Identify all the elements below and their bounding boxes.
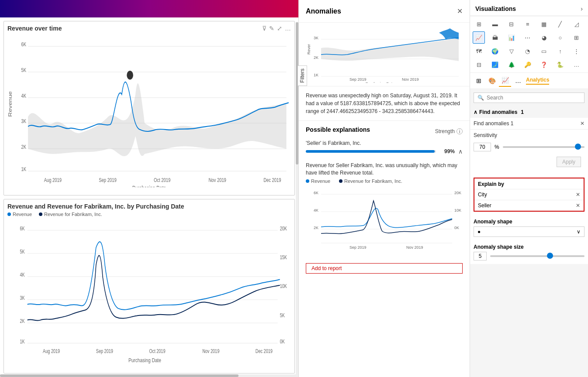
explain-by-section: Explain by City ✕ Seller ✕ xyxy=(474,178,585,212)
viz-icon-treemap[interactable]: ⊞ xyxy=(571,31,583,44)
explain-by-seller: Seller ✕ xyxy=(474,200,584,211)
filter-icon[interactable]: ⊽ xyxy=(262,25,266,32)
search-input[interactable] xyxy=(487,95,581,101)
svg-text:Purchasing Date: Purchasing Date xyxy=(366,82,395,83)
viz-icon-clustered[interactable]: ≡ xyxy=(522,18,534,30)
find-anomalies-panel: Find anomalies 1 ✕ Sensitivity 70 % Appl… xyxy=(470,118,588,264)
fields-icon[interactable]: ⊞ xyxy=(473,75,485,87)
viz-icon-kpi[interactable]: ↑ xyxy=(554,45,566,57)
svg-text:1K: 1K xyxy=(20,338,24,344)
seller-remove-button[interactable]: ✕ xyxy=(576,202,580,209)
viz-icon-azure-map[interactable]: 🗾 xyxy=(489,58,501,71)
svg-text:4K: 4K xyxy=(20,272,24,278)
viz-icon-table[interactable]: ⊞ xyxy=(473,18,485,30)
svg-text:10K: 10K xyxy=(280,283,287,289)
viz-icon-area[interactable]: ◿ xyxy=(571,18,583,30)
svg-text:Oct 2019: Oct 2019 xyxy=(154,177,170,183)
svg-text:6K: 6K xyxy=(314,191,318,195)
analytics-icon-active[interactable]: 📈 xyxy=(499,75,511,87)
viz-icon-stacked-bar[interactable]: ⊟ xyxy=(505,18,518,30)
anomalies-description: Revenue was unexpectedly high on Saturda… xyxy=(299,86,470,121)
search-icon: 🔍 xyxy=(477,95,484,101)
strength-label: Strength xyxy=(435,128,455,134)
sensitivity-label: Sensitivity xyxy=(474,132,585,138)
svg-text:6K: 6K xyxy=(20,225,24,231)
city-remove-button[interactable]: ✕ xyxy=(576,192,580,198)
viz-icon-slicer[interactable]: ⋮ xyxy=(571,45,583,57)
format-icon[interactable]: 🎨 xyxy=(486,75,498,87)
svg-text:4K: 4K xyxy=(314,208,318,212)
viz-icon-map[interactable]: 🗺 xyxy=(473,45,485,57)
svg-text:5K: 5K xyxy=(21,67,26,73)
viz-icon-100pct[interactable]: ▦ xyxy=(538,18,550,30)
find-anomalies-section-header[interactable]: ∧ Find anomalies 1 xyxy=(470,106,588,118)
viz-icon-funnel[interactable]: ▽ xyxy=(505,45,518,57)
svg-text:3K: 3K xyxy=(21,118,26,124)
panel-collapse-chevron[interactable]: › xyxy=(581,5,583,12)
svg-text:Dec 2019: Dec 2019 xyxy=(263,177,281,183)
viz-icon-gauge[interactable]: ◔ xyxy=(522,45,534,57)
find-anomalies-label: Find anomalies xyxy=(479,109,517,115)
viz-icon-line[interactable]: ╱ xyxy=(554,18,566,30)
more-options-icon[interactable]: … xyxy=(285,25,291,32)
viz-icon-pie[interactable]: ◕ xyxy=(538,31,550,44)
svg-text:Nov 2019: Nov 2019 xyxy=(402,77,419,82)
legend-revenue-2: Revenue xyxy=(306,178,330,184)
shape-size-value: 5 xyxy=(474,252,487,260)
apply-button[interactable]: Apply xyxy=(557,157,581,167)
anomaly-dot[interactable] xyxy=(127,71,133,80)
viz-icon-decomp-tree[interactable]: 🌲 xyxy=(505,58,518,71)
analytics-tab-label[interactable]: Analytics xyxy=(526,77,549,85)
anomalies-header: Anomalies ✕ xyxy=(299,0,470,23)
viz-icon-ribbon[interactable]: 🏔 xyxy=(489,31,501,44)
viz-icon-line-chart[interactable]: 📈 xyxy=(473,31,485,44)
seller-label: Seller xyxy=(478,202,491,209)
filters-collapse-tab[interactable]: Filters xyxy=(298,65,307,86)
svg-text:Dec 2019: Dec 2019 xyxy=(256,348,273,354)
anomalies-title: Anomalies xyxy=(306,7,341,15)
shape-size-slider[interactable] xyxy=(490,255,585,257)
viz-icon-card[interactable]: ▭ xyxy=(538,45,550,57)
svg-text:Nov 2019: Nov 2019 xyxy=(202,348,219,354)
svg-text:Aug 2019: Aug 2019 xyxy=(44,177,62,183)
anomalies-close-button[interactable]: ✕ xyxy=(457,7,463,15)
viz-icon-bar[interactable]: ▬ xyxy=(489,18,501,30)
viz-icon-matrix[interactable]: ⊟ xyxy=(473,58,485,71)
bottom-scrollbar[interactable] xyxy=(0,374,298,377)
svg-text:5K: 5K xyxy=(20,248,24,254)
bar-track xyxy=(306,150,436,153)
sensitivity-slider[interactable] xyxy=(503,146,585,148)
svg-text:Purchasing Date: Purchasing Date xyxy=(128,357,161,363)
svg-text:Sep 2019: Sep 2019 xyxy=(349,77,367,82)
anomaly-shape-label: Anomaly shape xyxy=(474,219,585,225)
svg-text:2K: 2K xyxy=(21,144,26,150)
find-anomalies-close-icon[interactable]: ✕ xyxy=(580,120,585,127)
more-options-icon-2[interactable]: … xyxy=(512,75,524,87)
expand-icon[interactable]: ⤢ xyxy=(277,25,282,32)
viz-icon-scatter[interactable]: ⋯ xyxy=(522,31,534,44)
chevron-down-icon: ∧ xyxy=(474,109,477,115)
possible-explanations-title: Possible explanations xyxy=(306,126,370,133)
legend-fabrikam: Revenue for Fabrikam, Inc. xyxy=(39,212,102,217)
svg-text:3K: 3K xyxy=(314,36,318,40)
sensitivity-value: 70 xyxy=(474,143,491,151)
add-to-report-button[interactable]: Add to report xyxy=(306,263,463,274)
chevron-up-icon[interactable]: ∧ xyxy=(458,148,463,155)
viz-icon-qa[interactable]: ❓ xyxy=(538,58,550,71)
strength-info-icon: i xyxy=(457,128,463,134)
anomalies-panel: Anomalies ✕ Rever 3K 2K 1K Sep 2019 Nov … xyxy=(298,0,470,377)
viz-icon-more[interactable]: … xyxy=(571,58,583,71)
possible-explanations: Possible explanations Strength i 'Seller… xyxy=(299,121,470,260)
anomaly-shape-dropdown[interactable]: ● ∨ xyxy=(474,226,585,237)
viz-icon-waterfall[interactable]: 📊 xyxy=(505,31,518,44)
chart-toolbar: ⊽ ✎ ⤢ … xyxy=(262,25,291,32)
viz-icon-donut[interactable]: ○ xyxy=(554,31,566,44)
viz-icon-filled-map[interactable]: 🌍 xyxy=(489,45,501,57)
svg-text:2K: 2K xyxy=(314,55,318,60)
revenue-over-time-chart: ⊽ ✎ ⤢ … Revenue over time 6K 5K 4K 3K 2K… xyxy=(3,21,295,195)
viz-icon-key-influencers[interactable]: 🔑 xyxy=(522,58,534,71)
top-chart-svg: 6K 5K 4K 3K 2K 1K Revenue xyxy=(7,34,291,187)
spotlight-icon[interactable]: ✎ xyxy=(269,25,274,32)
viz-icon-python[interactable]: 🐍 xyxy=(554,58,566,71)
viz-panel-header: Visualizations › xyxy=(470,0,588,16)
